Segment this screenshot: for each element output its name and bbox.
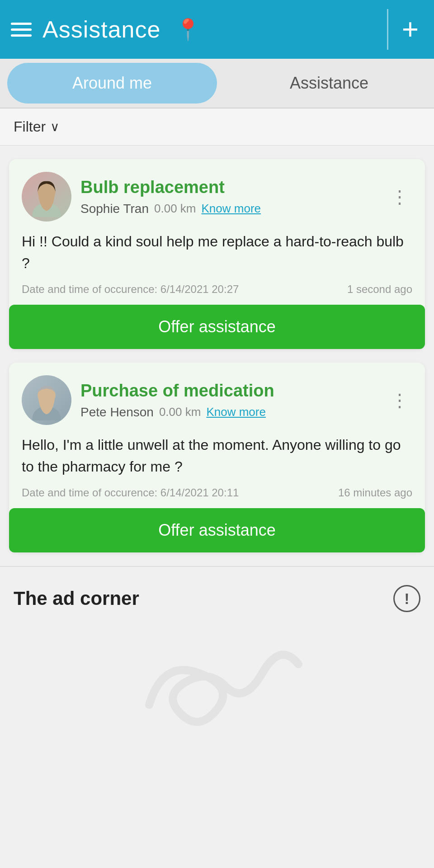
card-title: Purchase of medication xyxy=(80,381,378,401)
info-icon[interactable]: ! xyxy=(393,585,420,612)
avatar xyxy=(22,172,71,222)
info-icon-label: ! xyxy=(404,590,409,608)
tab-assistance-label: Assistance xyxy=(290,74,368,93)
card-author: Sophie Tran xyxy=(80,202,149,216)
tab-assistance[interactable]: Assistance xyxy=(224,74,434,93)
header-left: Assistance 📍 xyxy=(11,16,378,43)
header-title: Assistance xyxy=(42,16,160,43)
card-footer: Date and time of occurence: 6/14/2021 20… xyxy=(22,486,412,499)
tab-around-me[interactable]: Around me xyxy=(7,63,217,104)
card-footer: Date and time of occurence: 6/14/2021 20… xyxy=(22,283,412,296)
chevron-down-icon: ∨ xyxy=(50,119,60,134)
card-meta: Sophie Tran 0.00 km Know more xyxy=(80,202,378,216)
card-title: Bulb replacement xyxy=(80,177,378,198)
avatar xyxy=(22,375,71,425)
ad-corner-section: The ad corner ! xyxy=(0,566,434,752)
card-title-area: Bulb replacement Sophie Tran 0.00 km Kno… xyxy=(71,177,387,216)
know-more-link[interactable]: Know more xyxy=(202,202,261,216)
card-header: Purchase of medication Pete Henson 0.00 … xyxy=(22,375,412,425)
know-more-link[interactable]: Know more xyxy=(206,405,266,419)
header-divider xyxy=(387,9,388,50)
card-message: Hi !! Could a kind soul help me replace … xyxy=(22,231,412,274)
offer-assistance-button[interactable]: Offer assistance xyxy=(9,508,425,552)
tabs-bar: Around me Assistance xyxy=(0,59,434,108)
ad-watermark xyxy=(14,626,420,739)
location-icon: 📍 xyxy=(175,17,201,42)
filter-label: Filter xyxy=(14,118,46,135)
card-timeago: 1 second ago xyxy=(347,283,412,296)
tab-around-me-label: Around me xyxy=(72,74,152,93)
card-author: Pete Henson xyxy=(80,405,154,420)
card-meta: Pete Henson 0.00 km Know more xyxy=(80,405,378,420)
assistance-card: Purchase of medication Pete Henson 0.00 … xyxy=(9,363,425,552)
card-message: Hello, I'm a little unwell at the moment… xyxy=(22,434,412,477)
card-header: Bulb replacement Sophie Tran 0.00 km Kno… xyxy=(22,172,412,222)
card-distance: 0.00 km xyxy=(154,202,196,216)
card-datetime: Date and time of occurence: 6/14/2021 20… xyxy=(22,283,239,296)
card-datetime: Date and time of occurence: 6/14/2021 20… xyxy=(22,486,239,499)
hamburger-menu-icon[interactable] xyxy=(11,23,32,37)
card-timeago: 16 minutes ago xyxy=(338,486,412,499)
filter-bar[interactable]: Filter ∨ xyxy=(0,108,434,146)
add-button[interactable]: + xyxy=(397,15,423,44)
card-options-icon[interactable]: ⋮ xyxy=(387,390,412,410)
card-title-area: Purchase of medication Pete Henson 0.00 … xyxy=(71,381,387,420)
cards-container: Bulb replacement Sophie Tran 0.00 km Kno… xyxy=(0,146,434,566)
assistance-card: Bulb replacement Sophie Tran 0.00 km Kno… xyxy=(9,159,425,349)
offer-assistance-button[interactable]: Offer assistance xyxy=(9,305,425,349)
card-options-icon[interactable]: ⋮ xyxy=(387,186,412,207)
ad-corner-title: The ad corner xyxy=(14,588,139,609)
app-header: Assistance 📍 + xyxy=(0,0,434,59)
card-distance: 0.00 km xyxy=(159,405,201,419)
ad-corner-header: The ad corner ! xyxy=(14,585,420,612)
